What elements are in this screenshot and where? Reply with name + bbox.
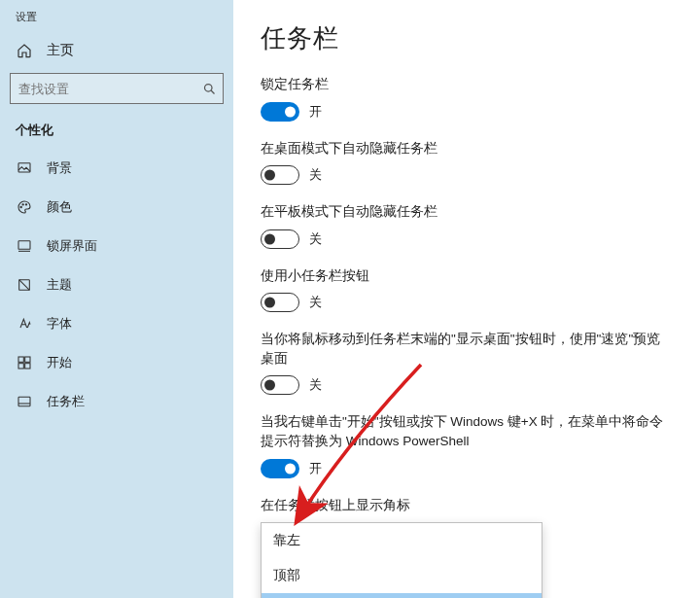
- sidebar: 设置 主页 个性化 背景 颜色 锁屏界面: [0, 0, 233, 598]
- svg-point-0: [204, 84, 212, 91]
- toggle-state: 开: [309, 103, 322, 121]
- svg-rect-6: [18, 241, 30, 250]
- option-left[interactable]: 靠左: [262, 523, 542, 558]
- toggle-state: 关: [309, 230, 322, 248]
- toggle-state: 关: [309, 294, 322, 311]
- setting-label: 使用小任务栏按钮: [261, 266, 671, 286]
- taskbar-icon: [16, 393, 33, 410]
- setting-badges: 在任务栏按钮上显示角标 靠左 顶部 靠右 底部: [261, 496, 671, 599]
- setting-label: 锁定任务栏: [261, 75, 671, 94]
- nav-list: 背景 颜色 锁屏界面 主题 字体 开始: [0, 149, 233, 421]
- app-root: 设置 主页 个性化 背景 颜色 锁屏界面: [0, 0, 700, 598]
- svg-rect-2: [18, 163, 30, 172]
- setting-small-buttons: 使用小任务栏按钮 关: [261, 266, 671, 313]
- nav-item-colors[interactable]: 颜色: [0, 188, 233, 227]
- svg-rect-11: [18, 364, 23, 369]
- option-top[interactable]: 顶部: [262, 558, 542, 593]
- nav-item-label: 颜色: [47, 198, 72, 216]
- nav-item-label: 主题: [47, 276, 72, 294]
- toggle-state: 关: [309, 376, 322, 394]
- font-icon: [16, 315, 33, 333]
- nav-item-background[interactable]: 背景: [0, 149, 233, 188]
- search-icon: [195, 82, 223, 96]
- window-title: 设置: [0, 6, 233, 34]
- svg-point-5: [25, 204, 26, 205]
- nav-home-label: 主页: [47, 42, 74, 59]
- setting-peek: 当你将鼠标移动到任务栏末端的"显示桌面"按钮时，使用"速览"预览桌面 关: [261, 330, 671, 395]
- page-title: 任务栏: [261, 21, 671, 55]
- svg-point-3: [20, 206, 21, 207]
- nav-item-lockscreen[interactable]: 锁屏界面: [0, 227, 233, 265]
- toggle-autohide-tablet[interactable]: [261, 229, 299, 249]
- toggle-autohide-desktop[interactable]: [261, 165, 299, 185]
- picture-icon: [16, 159, 33, 177]
- setting-label: 在任务栏按钮上显示角标: [261, 496, 671, 515]
- toggle-lock-taskbar[interactable]: [261, 102, 299, 122]
- setting-autohide-tablet: 在平板模式下自动隐藏任务栏 关: [261, 202, 671, 249]
- nav-item-label: 背景: [47, 159, 72, 177]
- palette-icon: [16, 198, 33, 216]
- start-icon: [16, 354, 33, 371]
- nav-home[interactable]: 主页: [0, 34, 233, 73]
- svg-line-1: [211, 90, 214, 93]
- setting-lock-taskbar: 锁定任务栏 开: [261, 75, 671, 122]
- nav-item-start[interactable]: 开始: [0, 343, 233, 382]
- setting-label: 当你将鼠标移动到任务栏末端的"显示桌面"按钮时，使用"速览"预览桌面: [261, 330, 671, 368]
- setting-label: 当我右键单击"开始"按钮或按下 Windows 键+X 时，在菜单中将命令提示符…: [261, 412, 671, 450]
- svg-rect-10: [25, 357, 30, 362]
- setting-powershell: 当我右键单击"开始"按钮或按下 Windows 键+X 时，在菜单中将命令提示符…: [261, 412, 671, 477]
- toggle-state: 关: [309, 166, 322, 184]
- svg-rect-12: [25, 364, 30, 369]
- svg-rect-9: [18, 357, 23, 362]
- nav-item-label: 任务栏: [47, 393, 85, 410]
- search-box[interactable]: [10, 73, 224, 104]
- setting-autohide-desktop: 在桌面模式下自动隐藏任务栏 关: [261, 139, 671, 186]
- nav-item-taskbar[interactable]: 任务栏: [0, 382, 233, 421]
- nav-item-themes[interactable]: 主题: [0, 265, 233, 304]
- svg-rect-13: [18, 397, 30, 405]
- option-right[interactable]: 靠右: [262, 593, 542, 598]
- setting-label: 在桌面模式下自动隐藏任务栏: [261, 139, 671, 158]
- nav-item-fonts[interactable]: 字体: [0, 304, 233, 343]
- search-input[interactable]: [11, 82, 195, 96]
- theme-icon: [16, 276, 33, 294]
- nav-item-label: 开始: [47, 354, 72, 371]
- taskbar-position-dropdown[interactable]: 靠左 顶部 靠右 底部: [261, 522, 542, 598]
- toggle-state: 开: [309, 460, 322, 477]
- setting-label: 在平板模式下自动隐藏任务栏: [261, 202, 671, 222]
- nav-item-label: 字体: [47, 315, 72, 333]
- toggle-powershell[interactable]: [261, 459, 299, 478]
- sidebar-section-title: 个性化: [0, 116, 233, 149]
- svg-point-4: [22, 204, 23, 205]
- main-content: 任务栏 锁定任务栏 开 在桌面模式下自动隐藏任务栏 关 在平板模式下自动隐藏任务…: [233, 0, 700, 598]
- home-icon: [16, 42, 33, 59]
- toggle-peek[interactable]: [261, 375, 299, 395]
- lockscreen-icon: [16, 237, 33, 255]
- toggle-small-buttons[interactable]: [261, 293, 299, 312]
- nav-item-label: 锁屏界面: [47, 237, 97, 255]
